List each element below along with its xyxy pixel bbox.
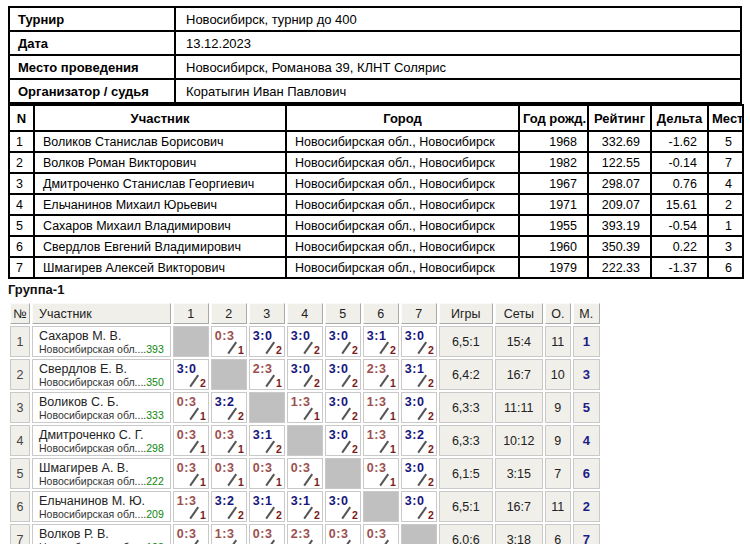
group-player-name: Сахаров М. В.	[39, 329, 166, 343]
participant-row: 5Сахаров Михаил ВладимировичНовосибирска…	[9, 215, 743, 236]
group-header-cell: Сеты	[495, 303, 543, 324]
match-score-cell: 0:31	[173, 458, 209, 489]
participant-delta: 0.76	[651, 173, 708, 194]
participant-rating: 393.19	[588, 215, 651, 236]
participant-row: 4Ельчанинов Михаил ЮрьевичНовосибирская …	[9, 194, 743, 215]
final-place: 2	[573, 491, 600, 522]
match-score-cell: 2:31	[249, 359, 285, 390]
match-points: 1	[200, 476, 206, 488]
games-summary: 6,5:1	[439, 491, 493, 522]
participant-rating: 209.07	[588, 194, 651, 215]
match-score-cell: 3:02	[401, 491, 437, 522]
participant-number: 6	[9, 236, 34, 257]
final-place: 5	[573, 392, 600, 423]
group-row: 7Волков Р. В.Новосибирская обл....1230:3…	[10, 524, 600, 544]
participants-table: NУчастникГородГод рожд.РейтингДельтаМест…	[8, 104, 744, 279]
match-score: 1:3	[367, 395, 387, 409]
participant-name: Ельчанинов Михаил Юрьевич	[34, 194, 286, 215]
final-place: 3	[573, 359, 600, 390]
match-score: 3:0	[405, 461, 425, 475]
group-player-subline: Новосибирская обл....209	[39, 508, 166, 520]
match-points: 2	[238, 509, 244, 521]
match-score: 0:3	[329, 527, 349, 541]
info-value: Новосибирск, Романова 39, КЛНТ Солярис	[175, 55, 741, 79]
match-score-cell: 0:31	[363, 524, 399, 544]
participants-header-cell: Год рожд.	[519, 105, 588, 131]
group-header-cell: Участник	[32, 303, 171, 324]
match-score-cell: 3:02	[287, 326, 323, 357]
group-player-subline: Новосибирская обл....222	[39, 475, 166, 487]
participant-name: Воликов Станислав Борисович	[34, 131, 286, 152]
group-row: 5Шмагирев А. В.Новосибирская обл....2220…	[10, 458, 600, 489]
group-player-cell: Воликов С. Б.Новосибирская обл....333	[32, 392, 171, 423]
match-score-cell: 3:22	[211, 491, 247, 522]
match-score: 3:0	[329, 362, 349, 376]
points-total: 7	[545, 458, 571, 489]
participant-delta: -0.54	[651, 215, 708, 236]
sets-summary: 3:18	[495, 524, 543, 544]
match-score-cell: 3:12	[401, 359, 437, 390]
participant-birth-year: 1979	[519, 257, 588, 278]
match-points: 2	[428, 377, 434, 389]
group-player-subline: Новосибирская обл....333	[39, 409, 166, 421]
match-score: 3:0	[329, 494, 349, 508]
group-player-rating: 350	[146, 376, 166, 388]
participant-place: 7	[708, 152, 743, 173]
match-score: 3:1	[405, 362, 425, 376]
group-header-cell: 7	[401, 303, 437, 324]
match-score-cell: 3:02	[325, 326, 361, 357]
match-points: 2	[428, 509, 434, 521]
group-header-row: №Участник1234567ИгрыСетыО.М.	[10, 303, 600, 324]
match-score: 0:3	[215, 329, 235, 343]
match-score: 3:2	[215, 395, 235, 409]
match-points: 1	[200, 509, 206, 521]
match-score: 3:1	[291, 494, 311, 508]
group-row: 6Ельчанинов М. Ю.Новосибирская обл....20…	[10, 491, 600, 522]
match-score-cell: 1:31	[211, 524, 247, 544]
self-match-cell	[325, 458, 361, 489]
group-header-cell: 5	[325, 303, 361, 324]
match-points: 2	[352, 443, 358, 455]
sets-summary: 16:7	[495, 491, 543, 522]
match-score-cell: 0:31	[173, 392, 209, 423]
games-summary: 6,3:3	[439, 392, 493, 423]
participant-delta: -0.14	[651, 152, 708, 173]
participants-header-cell: Участник	[34, 105, 286, 131]
info-table-body: ТурнирНовосибирск, турнир до 400Дата13.1…	[9, 7, 741, 103]
match-score-cell: 0:31	[211, 458, 247, 489]
participant-city: Новосибирская обл., Новосибирск	[286, 152, 519, 173]
match-points: 1	[238, 344, 244, 356]
match-score-cell: 3:02	[249, 326, 285, 357]
match-points: 2	[352, 377, 358, 389]
match-score: 0:3	[367, 527, 387, 541]
points-total: 11	[545, 326, 571, 357]
group-row-number: 1	[10, 326, 30, 357]
match-score: 2:3	[253, 362, 273, 376]
match-score-cell: 0:31	[211, 326, 247, 357]
match-score: 3:0	[291, 362, 311, 376]
group-row-number: 5	[10, 458, 30, 489]
match-score: 3:0	[405, 329, 425, 343]
participant-number: 1	[9, 131, 34, 152]
participant-rating: 298.07	[588, 173, 651, 194]
group-row: 2Свердлов Е. В.Новосибирская обл....3503…	[10, 359, 600, 390]
match-score-cell: 3:02	[401, 392, 437, 423]
group-row-number: 2	[10, 359, 30, 390]
match-score-cell: 3:12	[249, 425, 285, 456]
participant-name: Свердлов Евгений Владимирович	[34, 236, 286, 257]
match-points: 2	[352, 509, 358, 521]
match-points: 2	[276, 443, 282, 455]
match-points: 2	[428, 476, 434, 488]
points-total: 9	[545, 425, 571, 456]
group-header-cell: 3	[249, 303, 285, 324]
match-score: 1:3	[291, 395, 311, 409]
participant-delta: 15.61	[651, 194, 708, 215]
participant-rating: 350.39	[588, 236, 651, 257]
final-place: 6	[573, 458, 600, 489]
self-match-cell	[173, 326, 209, 357]
match-points: 2	[314, 377, 320, 389]
info-row: Дата13.12.2023	[9, 31, 741, 55]
group-header-cell: 1	[173, 303, 209, 324]
match-points: 1	[200, 443, 206, 455]
match-score-cell: 3:02	[287, 359, 323, 390]
